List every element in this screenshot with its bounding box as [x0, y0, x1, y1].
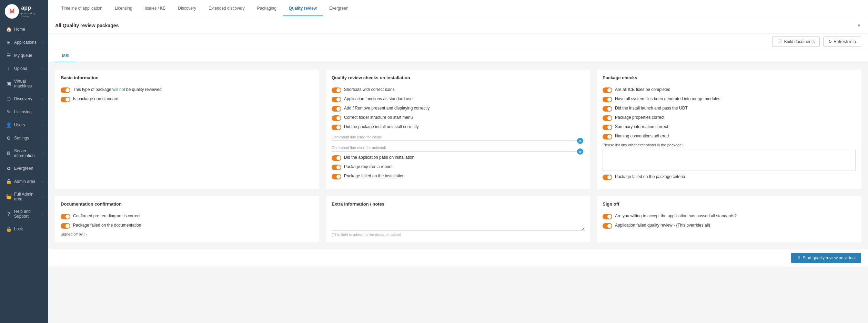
- chevron-right-icon: ›: [42, 212, 43, 216]
- cmd-uninstall-line: ⊕: [332, 151, 585, 152]
- sidebar-item-upload[interactable]: ↑ Upload ›: [0, 62, 48, 75]
- list-item: Correct folder structure on start menu: [332, 115, 585, 121]
- extra-info-hint: (This field is added to the documentatio…: [332, 232, 585, 237]
- sidebar-item-home[interactable]: 🏠 Home: [0, 23, 48, 36]
- help-icon: ?: [6, 211, 11, 217]
- sidebar-item-server-information[interactable]: 🖥 Server information ›: [0, 145, 48, 162]
- main-content: Timeline of application Licensing Issues…: [48, 0, 868, 323]
- list-item: Package requires a reboot: [332, 164, 585, 170]
- sidebar-item-discovery[interactable]: ⬡ Discovery ›: [0, 92, 48, 105]
- toggle-summary-info[interactable]: [603, 125, 612, 130]
- toggle-failed-doc[interactable]: [61, 223, 70, 229]
- sidebar-item-users[interactable]: 👤 Users ›: [0, 118, 48, 132]
- list-item: Package properties correct: [603, 115, 856, 121]
- toggle-prereq-diagram[interactable]: [61, 214, 70, 219]
- toggle-label: Correct folder structure on start menu: [344, 115, 413, 121]
- list-item: Confirmed pre req diagram is correct: [61, 213, 314, 219]
- sidebar-item-applications[interactable]: ⊞ Applications ›: [0, 36, 48, 49]
- extra-info-title: Extra information / notes: [332, 201, 585, 209]
- chevron-right-icon: ›: [42, 180, 43, 184]
- build-documents-button[interactable]: 📄 Build documents: [772, 37, 820, 47]
- admin-icon: 🔒: [6, 179, 11, 184]
- cmd-install-wrap: Command line used for install ⊕: [332, 134, 585, 141]
- sidebar-item-label: Help and Support: [14, 209, 42, 219]
- tab-msi[interactable]: MSI: [55, 50, 76, 62]
- exceptions-textarea[interactable]: [603, 150, 856, 170]
- sidebar-item-label: Lock: [14, 227, 43, 231]
- package-checks-section: Package checks Are all ICE fixes be comp…: [597, 70, 861, 189]
- toggle-label: Summary information correct: [615, 124, 668, 130]
- toggle-failed-quality[interactable]: [603, 223, 612, 229]
- toggle-system-files[interactable]: [603, 97, 612, 102]
- toggle-pass-installation[interactable]: [332, 155, 341, 161]
- toggle-add-remove[interactable]: [332, 106, 341, 112]
- toggle-package-props[interactable]: [603, 115, 612, 121]
- tab-discovery[interactable]: Discovery: [172, 1, 202, 16]
- toggle-udt[interactable]: [603, 106, 612, 112]
- toggle-ice-fixes[interactable]: [603, 87, 612, 93]
- sidebar: M app powered by Juriba 🏠 Home ⊞ Applica…: [0, 0, 48, 323]
- app-name: app: [21, 5, 43, 11]
- toggle-shortcuts[interactable]: [332, 87, 341, 93]
- list-item: Package failed on the documentation: [61, 223, 314, 229]
- quality-checks-section: Quality review checks on installation Sh…: [326, 70, 590, 189]
- tab-packaging[interactable]: Packaging: [251, 1, 283, 16]
- qr-section-title: All Quality review packages: [55, 23, 119, 28]
- toggle-non-standard[interactable]: [61, 97, 70, 102]
- sidebar-item-help-support[interactable]: ? Help and Support ›: [0, 205, 48, 222]
- sidebar-item-evergreen[interactable]: ♻ Evergreen ›: [0, 162, 48, 175]
- refresh-icon: ↻: [828, 39, 832, 44]
- tab-quality-review[interactable]: Quality review: [283, 1, 323, 16]
- sidebar-item-lock[interactable]: 🔒 Lock: [0, 222, 48, 236]
- vm-icon: ▣: [6, 81, 11, 86]
- list-item: Summary information correct: [603, 124, 856, 130]
- toggle-package-failed-criteria[interactable]: [603, 175, 612, 180]
- logo-icon: M: [5, 4, 19, 19]
- applications-icon: ⊞: [6, 40, 11, 45]
- page-content: All Quality review packages ∧ 📄 Build do…: [48, 17, 868, 323]
- discovery-icon: ⬡: [6, 96, 11, 102]
- cmd-uninstall-placeholder: Command line used for uninstall: [332, 144, 585, 151]
- toggle-install-uninstall[interactable]: [332, 125, 341, 130]
- cmd-install-icon[interactable]: ⊕: [577, 138, 583, 144]
- chevron-right-icon: ›: [42, 110, 43, 114]
- toggle-app-functions[interactable]: [332, 97, 341, 102]
- start-quality-review-button[interactable]: 🖥 Start quality review on virtual: [791, 253, 861, 263]
- tab-evergreen[interactable]: Evergreen: [323, 1, 354, 16]
- tab-extended-discovery[interactable]: Extended discovery: [202, 1, 251, 16]
- sidebar-item-admin-area[interactable]: 🔒 Admin area ›: [0, 175, 48, 188]
- toggle-package-type[interactable]: [61, 87, 70, 93]
- toggle-reboot[interactable]: [332, 165, 341, 170]
- refresh-info-button[interactable]: ↻ Refresh info: [823, 37, 861, 47]
- list-item: Application functions as standard user: [332, 96, 585, 102]
- tab-issues-kb[interactable]: Issues / KB: [139, 1, 172, 16]
- sidebar-item-settings[interactable]: ⚙ Settings ›: [0, 132, 48, 145]
- queue-icon: ☰: [6, 53, 11, 58]
- basic-info-title: Basic information: [61, 75, 314, 82]
- sidebar-item-myqueue[interactable]: ☰ My queue: [0, 49, 48, 62]
- sidebar-item-label: Upload: [14, 66, 42, 71]
- list-item: Did the package install uninstall correc…: [332, 124, 585, 130]
- sidebar-item-full-admin-area[interactable]: 👑 Full Admin area ›: [0, 188, 48, 205]
- top-nav: Timeline of application Licensing Issues…: [48, 0, 868, 17]
- sidebar-item-virtual-machines[interactable]: ▣ Virtual machines: [0, 75, 48, 92]
- collapse-icon[interactable]: ∧: [857, 22, 861, 29]
- list-item: Naming conventions adhered: [603, 134, 856, 139]
- list-item: Are all ICE fixes be completed: [603, 87, 856, 93]
- lock-icon: 🔒: [6, 226, 11, 232]
- tab-timeline[interactable]: Timeline of application: [55, 1, 109, 16]
- toggle-label: Are you willing to accept the applicatio…: [615, 213, 737, 219]
- toggle-naming[interactable]: [603, 134, 612, 139]
- evergreen-icon: ♻: [6, 166, 11, 171]
- extra-info-textarea[interactable]: [332, 213, 585, 231]
- sidebar-item-licensing[interactable]: ✎ Licensing ›: [0, 105, 48, 118]
- tab-licensing[interactable]: Licensing: [109, 1, 139, 16]
- toggle-folder-structure[interactable]: [332, 115, 341, 121]
- toggle-failed-install[interactable]: [332, 174, 341, 179]
- cmd-uninstall-icon[interactable]: ⊕: [577, 148, 583, 155]
- chevron-right-icon: ›: [42, 97, 43, 101]
- sidebar-item-label: Home: [14, 27, 43, 32]
- toggle-accept-standards[interactable]: [603, 214, 612, 219]
- toggle-label: Package failed on the documentation: [73, 223, 141, 228]
- chevron-right-icon: ›: [42, 167, 43, 170]
